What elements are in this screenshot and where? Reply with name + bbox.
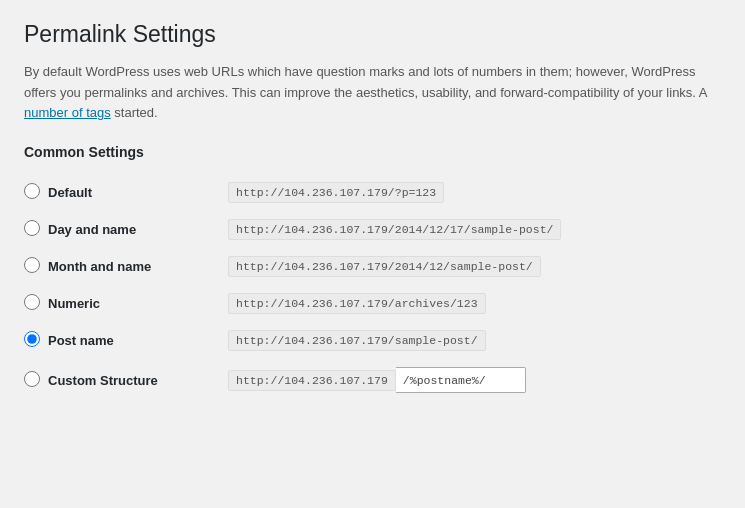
radio-cell-numeric (24, 285, 48, 322)
url-input-group-custom-structure: http://104.236.107.179 (228, 367, 721, 393)
radio-cell-post-name (24, 322, 48, 359)
label-text-post-name[interactable]: Post name (48, 333, 114, 348)
url-display-default: http://104.236.107.179/?p=123 (228, 182, 444, 203)
label-text-default[interactable]: Default (48, 185, 92, 200)
radio-custom-structure[interactable] (24, 371, 40, 387)
label-text-month-and-name[interactable]: Month and name (48, 259, 151, 274)
table-row: Numerichttp://104.236.107.179/archives/1… (24, 285, 721, 322)
radio-cell-day-and-name (24, 211, 48, 248)
table-row: Month and namehttp://104.236.107.179/201… (24, 248, 721, 285)
description-text-2: started. (111, 105, 158, 120)
radio-numeric[interactable] (24, 294, 40, 310)
tags-link[interactable]: number of tags (24, 105, 111, 120)
label-numeric: Numeric (48, 285, 228, 322)
value-cell-day-and-name: http://104.236.107.179/2014/12/17/sample… (228, 211, 721, 248)
value-cell-month-and-name: http://104.236.107.179/2014/12/sample-po… (228, 248, 721, 285)
radio-cell-month-and-name (24, 248, 48, 285)
radio-post-name[interactable] (24, 331, 40, 347)
table-row: Custom Structurehttp://104.236.107.179 (24, 359, 721, 401)
permalink-options-table: Defaulthttp://104.236.107.179/?p=123Day … (24, 174, 721, 401)
table-row: Defaulthttp://104.236.107.179/?p=123 (24, 174, 721, 211)
radio-month-and-name[interactable] (24, 257, 40, 273)
description-text-1: By default WordPress uses web URLs which… (24, 64, 707, 100)
section-title: Common Settings (24, 144, 721, 160)
url-display-day-and-name: http://104.236.107.179/2014/12/17/sample… (228, 219, 561, 240)
table-row: Post namehttp://104.236.107.179/sample-p… (24, 322, 721, 359)
url-display-month-and-name: http://104.236.107.179/2014/12/sample-po… (228, 256, 541, 277)
label-text-custom-structure[interactable]: Custom Structure (48, 373, 158, 388)
label-default: Default (48, 174, 228, 211)
page-title: Permalink Settings (24, 20, 721, 50)
radio-default[interactable] (24, 183, 40, 199)
label-post-name: Post name (48, 322, 228, 359)
label-month-and-name: Month and name (48, 248, 228, 285)
value-cell-custom-structure: http://104.236.107.179 (228, 359, 721, 401)
radio-cell-custom-structure (24, 359, 48, 401)
url-display-numeric: http://104.236.107.179/archives/123 (228, 293, 486, 314)
label-text-numeric[interactable]: Numeric (48, 296, 100, 311)
page-description: By default WordPress uses web URLs which… (24, 62, 721, 124)
label-custom-structure: Custom Structure (48, 359, 228, 401)
table-row: Day and namehttp://104.236.107.179/2014/… (24, 211, 721, 248)
value-cell-numeric: http://104.236.107.179/archives/123 (228, 285, 721, 322)
value-cell-post-name: http://104.236.107.179/sample-post/ (228, 322, 721, 359)
label-day-and-name: Day and name (48, 211, 228, 248)
label-text-day-and-name[interactable]: Day and name (48, 222, 136, 237)
radio-day-and-name[interactable] (24, 220, 40, 236)
value-cell-default: http://104.236.107.179/?p=123 (228, 174, 721, 211)
radio-cell-default (24, 174, 48, 211)
url-display-post-name: http://104.236.107.179/sample-post/ (228, 330, 486, 351)
url-display-custom-structure: http://104.236.107.179 (228, 370, 396, 391)
custom-structure-input[interactable] (396, 367, 526, 393)
